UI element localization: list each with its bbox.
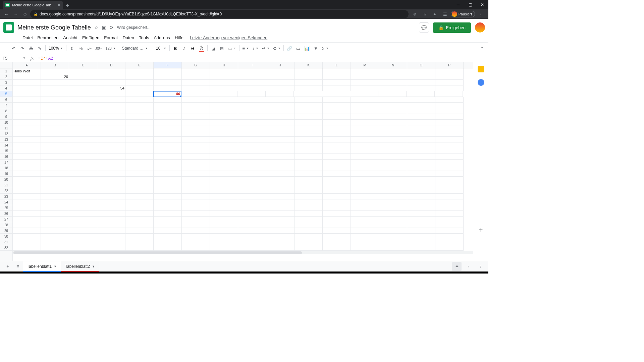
cell[interactable] (154, 125, 182, 131)
cell[interactable] (294, 120, 323, 125)
cell[interactable] (435, 108, 464, 114)
cell[interactable] (181, 91, 209, 97)
cell[interactable] (322, 91, 350, 97)
cell[interactable] (379, 80, 407, 85)
keep-icon[interactable] (478, 66, 484, 72)
cell[interactable] (238, 239, 266, 245)
cell[interactable] (69, 125, 97, 131)
cell[interactable] (210, 160, 238, 165)
cell[interactable] (125, 182, 154, 188)
cell[interactable] (97, 137, 125, 142)
cell[interactable] (407, 199, 435, 205)
cell[interactable] (435, 165, 464, 171)
cell[interactable] (182, 68, 210, 74)
cell[interactable] (323, 103, 351, 108)
cell[interactable] (97, 154, 125, 160)
cell[interactable] (379, 114, 407, 120)
cell[interactable] (41, 142, 69, 148)
cell[interactable] (154, 74, 182, 80)
cell[interactable] (351, 137, 379, 142)
cell[interactable] (323, 182, 351, 188)
row-header[interactable]: 19 (0, 171, 12, 177)
cell[interactable] (435, 97, 464, 103)
cell[interactable] (125, 245, 154, 251)
cell[interactable] (210, 114, 238, 120)
bold-button[interactable]: B (171, 44, 179, 52)
cell[interactable] (435, 120, 464, 125)
cell[interactable] (351, 234, 379, 239)
cell[interactable] (97, 205, 125, 211)
cell[interactable] (407, 222, 435, 228)
cell[interactable] (182, 120, 210, 125)
cell[interactable] (266, 194, 294, 199)
comments-button[interactable]: 💬 (419, 22, 429, 33)
cell[interactable] (294, 137, 323, 142)
cell[interactable] (125, 217, 154, 222)
cell[interactable] (97, 120, 125, 125)
cell[interactable] (407, 114, 435, 120)
share-button[interactable]: 🔒 Freigeben (433, 22, 471, 33)
row-header[interactable]: 2 (0, 74, 12, 80)
cell[interactable] (435, 160, 464, 165)
cell[interactable] (182, 245, 210, 251)
cell[interactable] (435, 154, 464, 160)
cell[interactable] (351, 80, 379, 85)
column-header[interactable]: E (125, 62, 154, 68)
borders-button[interactable]: ⊞ (218, 44, 226, 52)
cell[interactable] (407, 80, 435, 85)
cell[interactable] (294, 222, 323, 228)
cell[interactable] (41, 137, 69, 142)
cell[interactable] (407, 142, 435, 148)
percent-button[interactable]: % (77, 44, 85, 52)
row-header[interactable]: 6 (0, 97, 12, 103)
row-header[interactable]: 13 (0, 137, 12, 142)
cell[interactable] (351, 194, 379, 199)
cell[interactable] (182, 217, 210, 222)
cell[interactable] (13, 160, 41, 165)
cell[interactable] (351, 85, 379, 91)
cell[interactable] (97, 131, 125, 137)
cell[interactable] (13, 125, 41, 131)
cell[interactable] (97, 114, 125, 120)
cell[interactable] (210, 188, 238, 194)
cell[interactable] (182, 142, 210, 148)
cell[interactable] (379, 171, 407, 177)
cell[interactable] (41, 182, 69, 188)
cell[interactable] (407, 85, 435, 91)
cell[interactable] (69, 74, 97, 80)
browser-menu-icon[interactable]: ⋮ (476, 10, 485, 18)
cell[interactable] (97, 103, 125, 108)
cell[interactable] (41, 234, 69, 239)
cell[interactable] (69, 222, 97, 228)
cell[interactable] (182, 222, 210, 228)
cell[interactable] (238, 211, 266, 217)
cell[interactable]: 54 (97, 85, 125, 91)
row-header[interactable]: 5 (0, 91, 12, 97)
cell[interactable] (294, 80, 323, 85)
cell[interactable] (210, 171, 238, 177)
select-all-corner[interactable] (0, 62, 12, 68)
cell[interactable] (266, 108, 294, 114)
cell[interactable] (407, 171, 435, 177)
row-header[interactable]: 20 (0, 177, 12, 182)
cell[interactable] (407, 74, 435, 80)
cell[interactable] (407, 245, 435, 251)
column-header[interactable]: A (13, 62, 41, 68)
row-header[interactable]: 10 (0, 120, 12, 125)
cell[interactable] (125, 165, 154, 171)
cell[interactable] (266, 239, 294, 245)
cell[interactable] (210, 205, 238, 211)
cell[interactable] (210, 234, 238, 239)
cell[interactable] (97, 160, 125, 165)
cell[interactable] (97, 108, 125, 114)
cell[interactable] (351, 188, 379, 194)
cell[interactable] (69, 188, 97, 194)
cell[interactable] (154, 68, 182, 74)
cell[interactable] (13, 85, 41, 91)
cell[interactable] (266, 74, 294, 80)
cell[interactable] (435, 80, 464, 85)
cell[interactable] (238, 80, 266, 85)
cell[interactable] (41, 154, 69, 160)
cell[interactable] (13, 205, 41, 211)
cell[interactable] (41, 177, 69, 182)
